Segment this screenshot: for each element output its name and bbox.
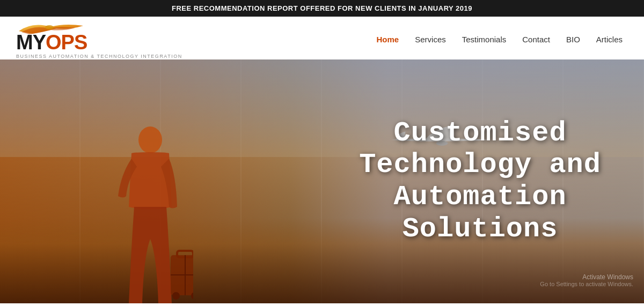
hero-line4: Solutions xyxy=(359,213,601,245)
nav-item-bio[interactable]: BIO xyxy=(566,35,580,44)
svg-point-6 xyxy=(172,292,180,300)
nav-item-services[interactable]: Services xyxy=(415,35,446,44)
logo-my: MY xyxy=(16,31,46,54)
logo-brand: MYOPS xyxy=(16,32,87,53)
hero-headline: Customised Technology and Automation Sol… xyxy=(359,117,601,245)
logo-tagline: BUSINESS AUTOMATION & TECHNOLOGY INTEGRA… xyxy=(16,54,182,59)
hero-line2: Technology and xyxy=(359,150,601,182)
main-nav: Home Services Testimonials Contact BIO A… xyxy=(377,35,623,44)
svg-point-1 xyxy=(138,126,162,153)
logo-ops: OPS xyxy=(46,31,87,54)
hero-line1: Customised xyxy=(359,117,601,150)
announcement-text: FREE RECOMMENDATION REPORT OFFERED FOR N… xyxy=(172,4,472,12)
activate-windows-title: Activate Windows xyxy=(540,273,633,281)
svg-point-0 xyxy=(45,25,54,29)
hero-text: Customised Technology and Automation Sol… xyxy=(359,117,601,245)
announcement-bar: FREE RECOMMENDATION REPORT OFFERED FOR N… xyxy=(0,0,644,17)
nav-item-articles[interactable]: Articles xyxy=(596,35,623,44)
hero-line3: Automation xyxy=(359,182,601,214)
activate-windows-sub: Go to Settings to activate Windows. xyxy=(540,281,633,287)
nav-item-contact[interactable]: Contact xyxy=(522,35,550,44)
person-silhouette xyxy=(107,121,193,303)
nav-item-home[interactable]: Home xyxy=(377,35,399,44)
header: MYOPS BUSINESS AUTOMATION & TECHNOLOGY I… xyxy=(0,17,644,59)
nav-item-testimonials[interactable]: Testimonials xyxy=(462,35,507,44)
logo-text: MYOPS xyxy=(16,32,87,53)
logo-area: MYOPS BUSINESS AUTOMATION & TECHNOLOGY I… xyxy=(16,20,182,59)
hero-section: Customised Technology and Automation Sol… xyxy=(0,59,644,303)
activate-windows-watermark: Activate Windows Go to Settings to activ… xyxy=(540,273,633,287)
